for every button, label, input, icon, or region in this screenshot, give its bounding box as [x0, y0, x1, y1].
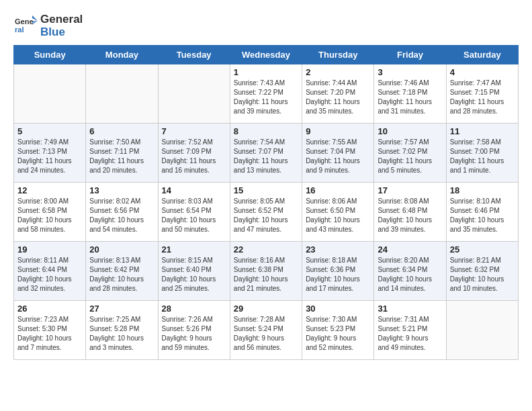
calendar-cell: 10Sunrise: 7:57 AM Sunset: 7:02 PM Dayli… — [374, 124, 446, 183]
day-number: 19 — [17, 244, 82, 255]
header-saturday: Saturday — [446, 46, 518, 64]
header-thursday: Thursday — [302, 46, 374, 64]
day-content: Sunrise: 8:06 AM Sunset: 6:50 PM Dayligh… — [306, 197, 370, 234]
day-number: 22 — [234, 244, 298, 255]
day-content: Sunrise: 8:08 AM Sunset: 6:48 PM Dayligh… — [378, 197, 442, 234]
calendar-week-4: 19Sunrise: 8:11 AM Sunset: 6:44 PM Dayli… — [14, 242, 519, 301]
day-content: Sunrise: 8:20 AM Sunset: 6:34 PM Dayligh… — [378, 256, 442, 293]
calendar-cell: 24Sunrise: 8:20 AM Sunset: 6:34 PM Dayli… — [374, 242, 446, 301]
day-content: Sunrise: 7:54 AM Sunset: 7:07 PM Dayligh… — [234, 138, 298, 175]
day-content: Sunrise: 7:49 AM Sunset: 7:13 PM Dayligh… — [17, 138, 82, 175]
calendar-cell: 13Sunrise: 8:02 AM Sunset: 6:56 PM Dayli… — [86, 183, 158, 242]
calendar-cell: 4Sunrise: 7:47 AM Sunset: 7:15 PM Daylig… — [446, 64, 518, 124]
day-content: Sunrise: 7:58 AM Sunset: 7:00 PM Dayligh… — [450, 138, 515, 175]
calendar-cell: 16Sunrise: 8:06 AM Sunset: 6:50 PM Dayli… — [302, 183, 374, 242]
day-content: Sunrise: 8:03 AM Sunset: 6:54 PM Dayligh… — [162, 197, 226, 234]
day-content: Sunrise: 7:25 AM Sunset: 5:28 PM Dayligh… — [89, 315, 154, 353]
calendar-week-5: 26Sunrise: 7:23 AM Sunset: 5:30 PM Dayli… — [14, 301, 519, 360]
day-content: Sunrise: 8:21 AM Sunset: 6:32 PM Dayligh… — [450, 256, 515, 293]
calendar-cell: 5Sunrise: 7:49 AM Sunset: 7:13 PM Daylig… — [14, 124, 86, 183]
calendar-cell: 17Sunrise: 8:08 AM Sunset: 6:48 PM Dayli… — [374, 183, 446, 242]
svg-text:ral: ral — [15, 26, 24, 34]
svg-text:Gene: Gene — [15, 17, 34, 26]
day-content: Sunrise: 7:47 AM Sunset: 7:15 PM Dayligh… — [450, 79, 515, 116]
calendar-cell: 19Sunrise: 8:11 AM Sunset: 6:44 PM Dayli… — [14, 242, 86, 301]
calendar-table: SundayMondayTuesdayWednesdayThursdayFrid… — [13, 45, 519, 360]
day-content: Sunrise: 8:18 AM Sunset: 6:36 PM Dayligh… — [306, 256, 370, 293]
calendar-cell: 20Sunrise: 8:13 AM Sunset: 6:42 PM Dayli… — [86, 242, 158, 301]
calendar-cell: 22Sunrise: 8:16 AM Sunset: 6:38 PM Dayli… — [230, 242, 302, 301]
calendar-cell: 18Sunrise: 8:10 AM Sunset: 6:46 PM Dayli… — [446, 183, 518, 242]
logo-svg: Gene ral — [13, 14, 38, 38]
logo-text: General Blue — [40, 13, 83, 38]
day-content: Sunrise: 7:50 AM Sunset: 7:11 PM Dayligh… — [89, 138, 154, 175]
calendar-cell: 7Sunrise: 7:52 AM Sunset: 7:09 PM Daylig… — [158, 124, 230, 183]
day-number: 20 — [89, 244, 154, 255]
calendar-cell: 30Sunrise: 7:30 AM Sunset: 5:23 PM Dayli… — [302, 301, 374, 360]
day-number: 9 — [306, 126, 370, 136]
day-number: 24 — [378, 244, 442, 255]
day-content: Sunrise: 8:11 AM Sunset: 6:44 PM Dayligh… — [17, 256, 82, 293]
day-content: Sunrise: 8:05 AM Sunset: 6:52 PM Dayligh… — [234, 197, 298, 234]
day-number: 13 — [89, 185, 154, 195]
calendar-week-1: 1Sunrise: 7:43 AM Sunset: 7:22 PM Daylig… — [14, 64, 519, 124]
calendar-cell: 6Sunrise: 7:50 AM Sunset: 7:11 PM Daylig… — [86, 124, 158, 183]
calendar-cell: 29Sunrise: 7:28 AM Sunset: 5:24 PM Dayli… — [230, 301, 302, 360]
day-number: 26 — [17, 304, 82, 314]
calendar-cell: 28Sunrise: 7:26 AM Sunset: 5:26 PM Dayli… — [158, 301, 230, 360]
day-number: 18 — [450, 185, 515, 195]
day-number: 15 — [234, 185, 298, 195]
calendar-cell — [446, 301, 518, 360]
header-sunday: Sunday — [14, 46, 86, 64]
day-content: Sunrise: 7:30 AM Sunset: 5:23 PM Dayligh… — [306, 315, 370, 353]
day-number: 28 — [162, 304, 226, 314]
calendar-cell: 31Sunrise: 7:31 AM Sunset: 5:21 PM Dayli… — [374, 301, 446, 360]
header-friday: Friday — [374, 46, 446, 64]
calendar-cell — [86, 64, 158, 124]
day-number: 12 — [17, 185, 82, 195]
day-content: Sunrise: 7:26 AM Sunset: 5:26 PM Dayligh… — [162, 315, 226, 353]
day-number: 25 — [450, 244, 515, 255]
day-content: Sunrise: 8:13 AM Sunset: 6:42 PM Dayligh… — [89, 256, 154, 293]
day-number: 3 — [378, 67, 442, 77]
day-number: 30 — [306, 304, 370, 314]
day-number: 27 — [89, 304, 154, 314]
day-number: 6 — [89, 126, 154, 136]
page-header: Gene ral General Blue — [13, 13, 519, 38]
calendar-cell: 21Sunrise: 8:15 AM Sunset: 6:40 PM Dayli… — [158, 242, 230, 301]
calendar-cell: 12Sunrise: 8:00 AM Sunset: 6:58 PM Dayli… — [14, 183, 86, 242]
day-number: 10 — [378, 126, 442, 136]
calendar-week-3: 12Sunrise: 8:00 AM Sunset: 6:58 PM Dayli… — [14, 183, 519, 242]
day-number: 1 — [234, 67, 298, 77]
day-content: Sunrise: 7:44 AM Sunset: 7:20 PM Dayligh… — [306, 79, 370, 116]
calendar-cell: 14Sunrise: 8:03 AM Sunset: 6:54 PM Dayli… — [158, 183, 230, 242]
day-content: Sunrise: 8:02 AM Sunset: 6:56 PM Dayligh… — [89, 197, 154, 234]
day-content: Sunrise: 7:23 AM Sunset: 5:30 PM Dayligh… — [17, 315, 82, 353]
day-content: Sunrise: 8:00 AM Sunset: 6:58 PM Dayligh… — [17, 197, 82, 234]
header-tuesday: Tuesday — [158, 46, 230, 64]
calendar-cell: 3Sunrise: 7:46 AM Sunset: 7:18 PM Daylig… — [374, 64, 446, 124]
svg-marker-3 — [32, 21, 38, 25]
calendar-cell: 11Sunrise: 7:58 AM Sunset: 7:00 PM Dayli… — [446, 124, 518, 183]
day-number: 17 — [378, 185, 442, 195]
calendar-cell — [158, 64, 230, 124]
day-number: 11 — [450, 126, 515, 136]
day-number: 14 — [162, 185, 226, 195]
day-content: Sunrise: 7:52 AM Sunset: 7:09 PM Dayligh… — [162, 138, 226, 175]
calendar-cell: 9Sunrise: 7:55 AM Sunset: 7:04 PM Daylig… — [302, 124, 374, 183]
logo: Gene ral General Blue — [13, 13, 83, 38]
day-number: 31 — [378, 304, 442, 314]
calendar-cell — [14, 64, 86, 124]
day-number: 4 — [450, 67, 515, 77]
day-content: Sunrise: 7:31 AM Sunset: 5:21 PM Dayligh… — [378, 315, 442, 353]
calendar-cell: 2Sunrise: 7:44 AM Sunset: 7:20 PM Daylig… — [302, 64, 374, 124]
header-wednesday: Wednesday — [230, 46, 302, 64]
calendar-cell: 8Sunrise: 7:54 AM Sunset: 7:07 PM Daylig… — [230, 124, 302, 183]
day-number: 5 — [17, 126, 82, 136]
day-number: 23 — [306, 244, 370, 255]
calendar-cell: 23Sunrise: 8:18 AM Sunset: 6:36 PM Dayli… — [302, 242, 374, 301]
day-content: Sunrise: 8:15 AM Sunset: 6:40 PM Dayligh… — [162, 256, 226, 293]
day-number: 7 — [162, 126, 226, 136]
day-number: 8 — [234, 126, 298, 136]
day-content: Sunrise: 7:46 AM Sunset: 7:18 PM Dayligh… — [378, 79, 442, 116]
